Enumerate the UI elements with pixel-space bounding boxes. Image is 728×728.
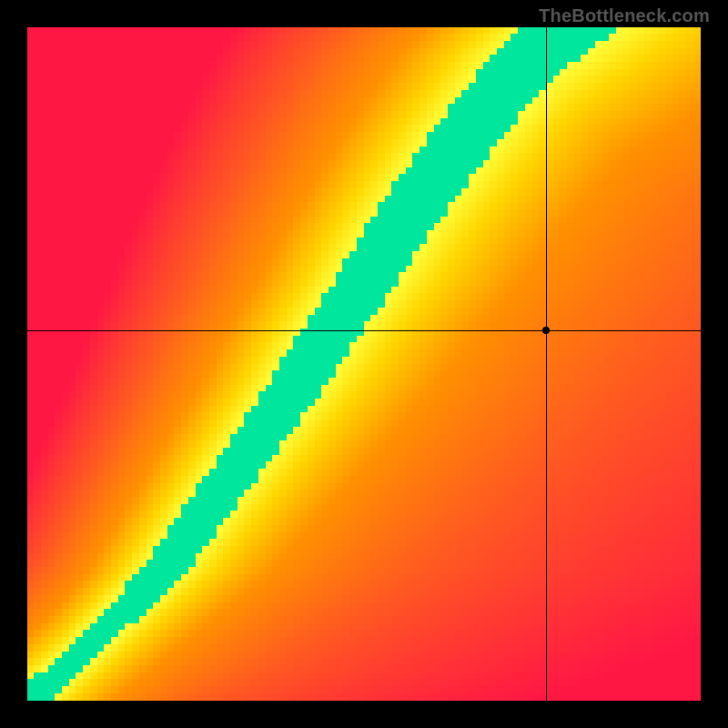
watermark-text: TheBottleneck.com	[539, 5, 710, 26]
crosshair-vertical	[546, 27, 547, 701]
heatmap-plot	[27, 27, 701, 701]
crosshair-horizontal	[27, 330, 701, 331]
chart-stage: TheBottleneck.com	[0, 0, 728, 728]
heatmap-canvas	[27, 27, 701, 701]
selection-marker	[542, 327, 550, 334]
